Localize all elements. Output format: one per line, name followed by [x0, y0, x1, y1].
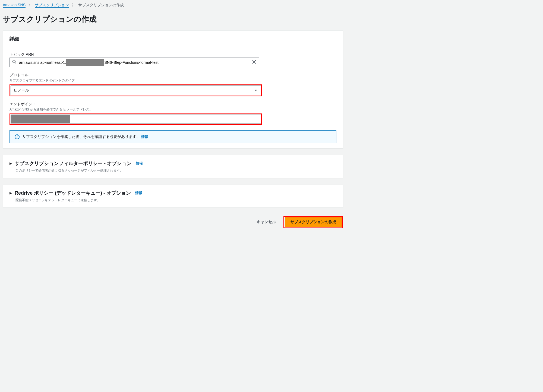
- redrive-policy-description: 配信不能メッセージをデッドレターキューに送信します。: [15, 198, 336, 203]
- triangle-right-icon: ▶: [10, 162, 12, 165]
- arn-suffix: SNS-Step-Functions-format-test: [105, 60, 159, 65]
- confirm-info-alert: i サブスクリプションを作成した後、それを確認する必要があります。 情報: [10, 130, 336, 143]
- filter-policy-info-link[interactable]: 情報: [136, 161, 143, 166]
- protocol-select[interactable]: E メール ▼: [11, 86, 261, 95]
- endpoint-group: エンドポイント Amazon SNS から通知を受信できる E メールアドレス。: [10, 102, 336, 125]
- footer-actions: キャンセル サブスクリプションの作成: [3, 214, 343, 228]
- details-panel: 詳細 トピック ARN arn:aws:sns:ap-northeast-1: …: [3, 30, 343, 148]
- breadcrumb-current: サブスクリプションの作成: [78, 3, 124, 7]
- filter-policy-panel: ▶ サブスクリプションフィルターポリシー - オプション 情報 このポリシーで受…: [3, 155, 343, 178]
- protocol-value: E メール: [14, 88, 29, 93]
- redrive-policy-title: Redrive ポリシー (デッドレターキュー) - オプション: [15, 190, 131, 196]
- chevron-right-icon: 〉: [28, 3, 32, 7]
- protocol-group: プロトコル サブスクライブするエンドポイントのタイプ E メール ▼: [10, 73, 336, 96]
- svg-point-0: [13, 60, 15, 63]
- endpoint-hint: Amazon SNS から通知を受信できる E メールアドレス。: [10, 107, 336, 112]
- endpoint-label: エンドポイント: [10, 102, 336, 107]
- redrive-policy-info-link[interactable]: 情報: [135, 191, 142, 195]
- filter-policy-description: このポリシーで受信者が受け取るメッセージがフィルター処理されます。: [15, 168, 336, 173]
- info-icon: i: [15, 134, 20, 139]
- arn-redacted-account: [66, 59, 104, 66]
- confirm-info-link[interactable]: 情報: [141, 135, 148, 139]
- arn-prefix: arn:aws:sns:ap-northeast-1:: [19, 60, 66, 65]
- page-title: サブスクリプションの作成: [3, 14, 343, 24]
- details-heading: 詳細: [10, 36, 336, 42]
- filter-policy-title: サブスクリプションフィルターポリシー - オプション: [15, 160, 131, 167]
- topic-arn-input[interactable]: arn:aws:sns:ap-northeast-1: SNS-Step-Fun…: [10, 58, 259, 67]
- chevron-down-icon: ▼: [254, 89, 257, 92]
- filter-policy-toggle[interactable]: ▶ サブスクリプションフィルターポリシー - オプション 情報: [10, 160, 336, 167]
- endpoint-input[interactable]: [11, 115, 261, 124]
- svg-line-1: [15, 63, 16, 64]
- triangle-right-icon: ▶: [10, 191, 12, 195]
- redrive-policy-panel: ▶ Redrive ポリシー (デッドレターキュー) - オプション 情報 配信…: [3, 185, 343, 208]
- redrive-policy-toggle[interactable]: ▶ Redrive ポリシー (デッドレターキュー) - オプション 情報: [10, 190, 336, 196]
- topic-arn-group: トピック ARN arn:aws:sns:ap-northeast-1: SNS…: [10, 52, 336, 67]
- endpoint-redacted-value: [11, 115, 70, 123]
- breadcrumb-service-link[interactable]: Amazon SNS: [3, 3, 26, 8]
- topic-arn-label: トピック ARN: [10, 52, 336, 57]
- chevron-right-icon: 〉: [72, 3, 75, 7]
- create-subscription-button[interactable]: サブスクリプションの作成: [285, 217, 342, 227]
- clear-icon[interactable]: [249, 60, 259, 65]
- search-icon: [10, 60, 19, 65]
- confirm-info-message: サブスクリプションを作成した後、それを確認する必要があります。: [22, 134, 140, 139]
- protocol-label: プロトコル: [10, 73, 336, 78]
- protocol-hint: サブスクライブするエンドポイントのタイプ: [10, 78, 336, 83]
- breadcrumb-section-link[interactable]: サブスクリプション: [35, 3, 69, 8]
- breadcrumb: Amazon SNS 〉 サブスクリプション 〉 サブスクリプションの作成: [3, 0, 343, 9]
- cancel-button[interactable]: キャンセル: [254, 217, 279, 227]
